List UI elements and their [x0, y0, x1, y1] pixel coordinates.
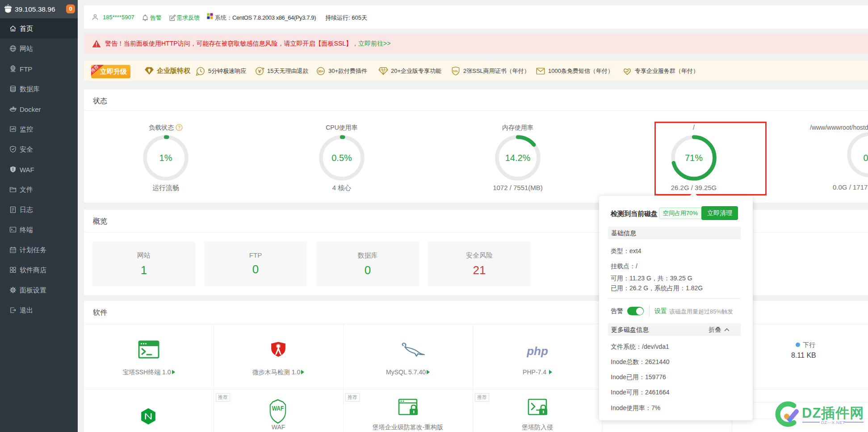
svg-text:WAF: WAF — [272, 404, 284, 412]
svg-text:php: php — [527, 344, 548, 358]
svg-text:30+: 30+ — [318, 69, 324, 73]
svg-text:SSL: SSL — [453, 70, 458, 72]
